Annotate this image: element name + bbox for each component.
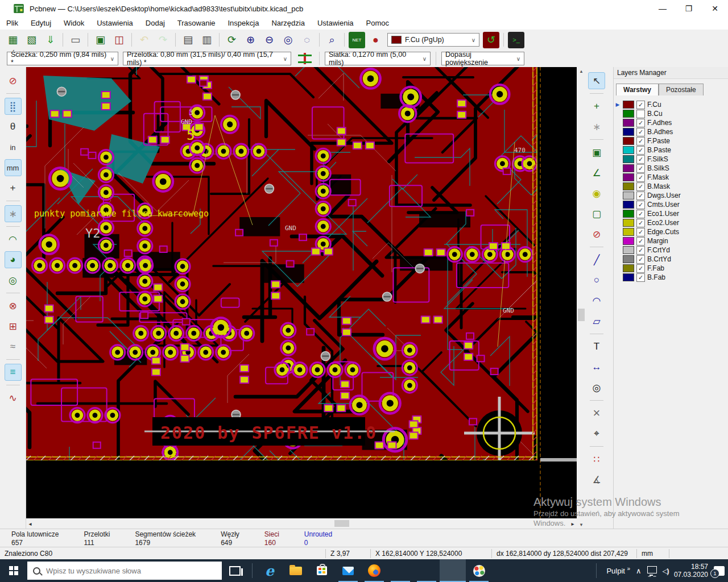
desktop-toolbar-label[interactable]: Pulpit » — [606, 566, 630, 575]
eeschema-taskbar-icon[interactable] — [413, 559, 440, 582]
vertical-scrollbar[interactable]: ▴ ▾ — [577, 67, 586, 529]
add-polygon-icon[interactable]: ▱ — [588, 313, 605, 330]
drc-icon[interactable]: ● — [367, 32, 384, 48]
add-arc-icon[interactable]: ◠ — [588, 292, 605, 309]
highlight-net-icon[interactable]: + — [588, 98, 605, 115]
zone-outline-icon[interactable]: ◠ — [5, 231, 22, 248]
route-track-icon[interactable]: ∠ — [588, 164, 605, 181]
zoom-in-icon[interactable]: ⊕ — [242, 32, 259, 48]
units-inch-icon[interactable]: in — [5, 139, 22, 156]
add-footprint-icon[interactable]: ▣ — [588, 144, 605, 161]
layer-row-b-cu[interactable]: B.Cu — [615, 109, 728, 118]
layer-color-swatch[interactable] — [623, 173, 634, 181]
layer-row-f-cu[interactable]: ▶✓F.Cu — [615, 100, 728, 109]
store-taskbar-icon[interactable] — [309, 559, 335, 582]
redo-icon[interactable]: ↷ — [155, 32, 171, 48]
print-icon[interactable]: ▤ — [180, 32, 196, 48]
menu-edytuj[interactable]: Edytuj — [24, 17, 57, 30]
action-center-icon[interactable]: 1 — [714, 566, 725, 576]
layer-color-swatch[interactable] — [623, 246, 634, 254]
library-browser-icon[interactable]: ◫ — [111, 32, 127, 48]
layer-color-swatch[interactable] — [623, 110, 634, 118]
zoom-fit-icon[interactable]: ◎ — [280, 32, 296, 48]
drc-off-icon[interactable]: ⊘ — [5, 72, 22, 89]
layer-row-eco2-user[interactable]: ✓Eco2.User — [615, 218, 728, 227]
layer-row-b-adhes[interactable]: ✓B.Adhes — [615, 127, 728, 136]
firefox-taskbar-icon[interactable] — [361, 559, 387, 582]
layer-visibility-checkbox[interactable]: ✓ — [636, 237, 645, 246]
via-swap-icon[interactable]: ↺ — [483, 32, 499, 48]
add-keepout-icon[interactable]: ⊘ — [588, 226, 605, 243]
layer-visibility-checkbox[interactable]: ✓ — [636, 246, 645, 255]
plot-icon[interactable]: ▥ — [198, 32, 215, 48]
add-target-icon[interactable]: ◎ — [588, 379, 605, 396]
menu-inspekcja[interactable]: Inspekcja — [222, 17, 266, 30]
layer-color-swatch[interactable] — [623, 219, 634, 227]
delete-tool-icon[interactable]: × — [588, 405, 605, 422]
grid-origin-icon[interactable]: ∷ — [588, 451, 605, 468]
layer-visibility-checkbox[interactable]: ✓ — [636, 119, 645, 127]
menu-widok[interactable]: Widok — [57, 17, 90, 30]
task-view-button[interactable] — [222, 559, 248, 582]
footprint-mode-icon[interactable]: ▣ — [92, 32, 109, 48]
mail-taskbar-icon[interactable] — [335, 559, 361, 582]
select-tool-icon[interactable]: ↖ — [588, 72, 605, 89]
pcbnew-taskbar-icon[interactable] — [440, 559, 466, 582]
layer-row-f-adhes[interactable]: ✓F.Adhes — [615, 118, 728, 127]
netlist-icon[interactable]: NET — [349, 32, 365, 48]
add-dimension-icon[interactable]: ↔ — [588, 359, 605, 376]
layer-color-swatch[interactable] — [623, 255, 634, 263]
layer-visibility-checkbox[interactable]: ✓ — [636, 173, 645, 182]
layer-color-swatch[interactable] — [623, 182, 634, 190]
layer-row-margin[interactable]: ✓Margin — [615, 236, 728, 246]
layer-visibility-checkbox[interactable]: ✓ — [636, 137, 645, 146]
layer-visibility-checkbox[interactable]: ✓ — [636, 219, 645, 227]
grid-size-dropdown[interactable]: Siatka: 0,1270 mm (5,00 mils) ∨ — [325, 52, 431, 65]
layer-visibility-checkbox[interactable]: ✓ — [636, 192, 645, 200]
tab-warstwy[interactable]: Warstwy — [616, 84, 659, 95]
new-board-icon[interactable]: ▦ — [5, 32, 21, 48]
add-circle-icon[interactable]: ○ — [588, 272, 605, 289]
pcb-canvas[interactable]: 2020 by SP6FRE v1.0punkty pomiarowe filt… — [26, 67, 577, 518]
measure-icon[interactable]: ∡ — [588, 471, 605, 488]
volume-icon[interactable]: ◁) — [663, 567, 668, 575]
layer-row-f-crtyd[interactable]: ✓F.CrtYd — [615, 246, 728, 255]
redraw-icon[interactable]: ⟳ — [224, 32, 240, 48]
layer-visibility-checkbox[interactable]: ✓ — [636, 164, 645, 173]
search-input[interactable] — [45, 566, 201, 576]
layer-color-swatch[interactable] — [623, 201, 634, 209]
layer-visibility-checkbox[interactable]: ✓ — [636, 182, 645, 191]
layer-row-cmts-user[interactable]: ✓Cmts.User — [615, 200, 728, 209]
scroll-left-arrow[interactable]: ◂ — [26, 518, 34, 529]
start-button[interactable] — [0, 559, 27, 582]
layer-visibility-checkbox[interactable]: ✓ — [636, 264, 645, 273]
track-sketch-icon[interactable]: ⊗ — [5, 297, 22, 314]
layer-visibility-checkbox[interactable]: ✓ — [636, 273, 645, 282]
taskbar-clock[interactable]: 18:57 07.03.2020 — [674, 563, 708, 579]
layer-visibility-checkbox[interactable] — [636, 110, 645, 118]
menu-narzedzia[interactable]: Narzędzia — [265, 17, 311, 30]
horizontal-scrollbar[interactable]: ◂ ▸ — [26, 518, 577, 529]
layer-row-edge-cuts[interactable]: ✓Edge.Cuts — [615, 227, 728, 236]
track-width-dropdown[interactable]: Ścieżka: 0,250 mm (9,84 mils) * ∨ — [7, 52, 118, 65]
layer-visibility-checkbox[interactable]: ✓ — [636, 201, 645, 209]
scroll-up-arrow[interactable]: ▴ — [577, 67, 586, 75]
add-line-icon[interactable]: ╱ — [588, 251, 605, 268]
layer-visibility-checkbox[interactable]: ✓ — [636, 146, 645, 155]
layer-color-swatch[interactable] — [623, 228, 634, 236]
layer-color-swatch[interactable] — [623, 146, 634, 154]
layer-row-dwgs-user[interactable]: ✓Dwgs.User — [615, 191, 728, 200]
network-icon[interactable] — [647, 566, 657, 573]
length-tuning-icon[interactable]: ∿ — [5, 389, 22, 406]
close-button[interactable]: ✕ — [702, 0, 728, 17]
layer-row-b-fab[interactable]: ✓B.Fab — [615, 273, 728, 282]
local-ratsnest-icon[interactable]: ∗ — [588, 118, 605, 135]
layer-color-swatch[interactable] — [623, 273, 634, 281]
layer-color-swatch[interactable] — [623, 192, 634, 199]
show-ratsnest-icon[interactable]: ∗ — [5, 205, 22, 222]
pad-sketch-icon[interactable]: ⊞ — [5, 318, 22, 335]
high-contrast-icon[interactable]: ≡ — [5, 364, 22, 381]
menu-ustawienia-2[interactable]: Ustawienia — [311, 17, 360, 30]
layer-visibility-checkbox[interactable]: ✓ — [636, 155, 645, 164]
undo-icon[interactable]: ↶ — [136, 32, 152, 48]
